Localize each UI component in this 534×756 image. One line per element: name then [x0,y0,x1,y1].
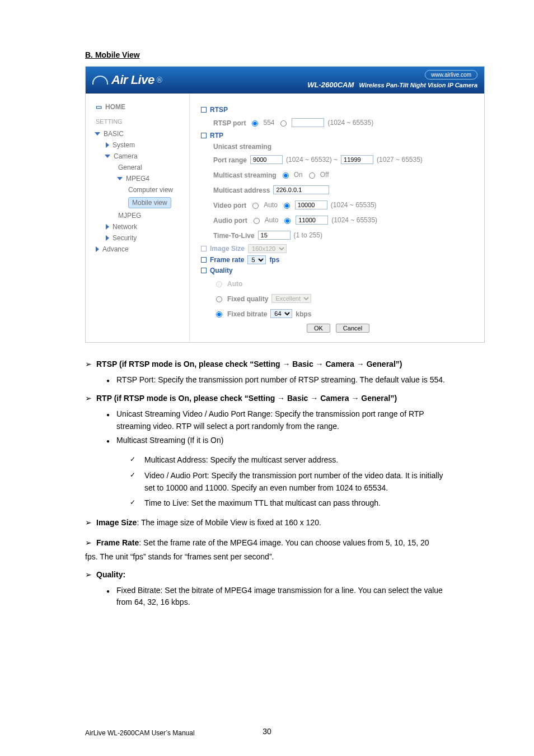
chevron-right-icon [106,235,109,241]
rtsp-section: ➢ RTSP (if RTSP mode is On, please check… [85,358,467,371]
mc-off-radio[interactable] [309,172,315,179]
video-port-auto-radio[interactable] [252,203,259,209]
arrow-right-icon: ➢ [85,569,92,581]
sidebar-basic[interactable]: BASIC [96,128,184,139]
sidebar-computer-view[interactable]: Computer view [96,184,184,195]
home-icon: ▭ [96,103,102,111]
image-size-text: : The image size of Mobile View is fixed… [137,518,321,527]
rtp-section: ➢ RTP (if RTSP mode is On, please check … [85,393,467,405]
audio-port-range: (1024 ~ 65535) [331,216,377,224]
sidebar-system[interactable]: System [96,139,184,151]
sidebar-section-setting: SETTING [96,118,184,125]
audio-port-auto-radio[interactable] [254,218,260,224]
quality-auto-label: Auto [227,280,242,288]
square-icon [201,246,207,251]
ok-button[interactable]: OK [307,324,330,333]
tagline: Wireless Pan-Tilt Night Vision IP Camera [359,82,477,88]
video-port-input[interactable] [295,200,327,209]
audio-port-input[interactable] [296,216,328,225]
video-port-manual-radio[interactable] [284,203,290,209]
square-icon [201,107,207,113]
frame-rate-row: Frame rate 5 fps [201,255,475,264]
header-right: www.airlive.com WL-2600CAM Wireless Pan-… [307,70,477,90]
sidebar-general-label: General [118,164,142,171]
page-footer: AirLive WL-2600CAM User’s Manual 30 [0,729,534,737]
kbps-label: kbps [296,310,311,318]
sidebar-mobile-view[interactable]: Mobile view [96,195,184,210]
quality-line: Quality: [96,569,125,581]
video-port-label: Video port [213,202,246,209]
sidebar-advance[interactable]: Advance [96,244,184,255]
chevron-down-icon [95,132,100,136]
audio-port-manual-radio[interactable] [284,218,291,224]
mc-addr-label: Multicast address [213,186,270,194]
rtsp-bullet-1: RTSP Port: Specify the transmission port… [116,373,467,388]
rtsp-heading: RTSP [201,106,475,114]
rtp-title: RTP [210,132,223,139]
arrow-right-icon: ➢ [85,537,92,549]
rtsp-port-custom-radio[interactable] [280,120,287,127]
rtp-check-1: Multicast Address: Specify the multicast… [130,452,467,468]
sidebar-general[interactable]: General [96,162,184,173]
quality-heading: Quality [201,267,475,274]
rtsp-port-default-value: 554 [263,119,274,127]
sidebar-home[interactable]: ▭ HOME [96,101,184,113]
image-size-label: Image Size [96,518,137,527]
sidebar-security-label: Security [113,234,137,242]
screenshot-panel: Air Live® www.airlive.com WL-2600CAM Wir… [85,66,485,343]
image-size-select: 160x120 [248,244,287,253]
rtsp-port-range: (1024 ~ 65535) [327,119,373,127]
fixed-quality-select: Excellent [271,294,311,303]
sidebar-camera[interactable]: Camera [96,151,184,162]
port-range-hint: (1027 ~ 65535) [377,156,423,164]
sidebar-network[interactable]: Network [96,221,184,232]
rtsp-port-custom-input[interactable] [292,118,324,127]
cancel-button[interactable]: Cancel [336,324,369,333]
port-range-from-input[interactable] [250,155,283,164]
square-icon [201,268,207,273]
rtp-line: RTP (if RTSP mode is On, please check “S… [96,393,397,405]
quality-section: ➢ Quality: [85,569,467,581]
sidebar-mpeg4[interactable]: MPEG4 [96,173,184,184]
audio-port-auto-label: Auto [265,216,279,224]
sidebar-system-label: System [113,141,135,149]
rtp-bullet-1: Unicast Streaming Video / Audio Port Ran… [116,407,467,433]
mc-on-radio[interactable] [283,172,289,179]
frame-rate-select[interactable]: 5 [247,255,266,264]
mc-on-label: On [294,171,303,179]
fixed-bitrate-select[interactable]: 64 [270,309,292,318]
video-port-auto-label: Auto [264,201,278,209]
mc-addr-input[interactable] [273,185,329,194]
port-range-to-input[interactable] [341,155,373,164]
dome-icon [92,76,108,85]
app-header: Air Live® www.airlive.com WL-2600CAM Wir… [86,67,484,94]
sidebar-mjpeg[interactable]: MJPEG [96,210,184,221]
rtsp-title: RTSP [210,106,228,114]
rtp-check-3: Time to Live: Set the maximum TTL that m… [130,496,467,511]
rtsp-port-default-radio[interactable] [252,120,258,127]
brand-logo: Air Live® [92,73,162,87]
brand-text: Air Live [111,73,154,87]
fixed-quality-radio[interactable] [216,296,222,302]
sidebar-mobile-view-label: Mobile view [128,197,171,208]
ttl-input[interactable] [258,231,291,240]
sidebar-security[interactable]: Security [96,232,184,244]
document-body: ➢ RTSP (if RTSP mode is On, please check… [85,358,467,610]
audio-port-label: Audio port [213,217,247,225]
chevron-right-icon [106,142,109,148]
model-name: WL-2600CAM [307,81,354,89]
sidebar-computer-view-label: Computer view [128,186,173,194]
rtp-check-2: Video / Audio Port: Specify the transmis… [130,468,467,496]
quality-bullet-1b: from 64, 32, 16 kbps. [116,598,190,606]
fixed-bitrate-radio[interactable] [216,311,222,318]
port-range-label: Port range [213,156,247,164]
frame-rate-label: Frame rate [210,256,244,264]
rtp-check-2b: set to 10000 and 11000. Specify an even … [144,483,388,492]
frame-rate-unit: fps [269,256,279,264]
fixed-bitrate-label: Fixed bitrate [227,310,267,318]
rtp-heading: RTP [201,132,475,139]
square-icon [201,133,207,138]
frame-rate-text: : Set the frame rate of the MPEG4 image.… [139,538,429,547]
video-port-range: (1024 ~ 65535) [331,201,377,209]
image-size-row: Image Size 160x120 [201,244,475,253]
